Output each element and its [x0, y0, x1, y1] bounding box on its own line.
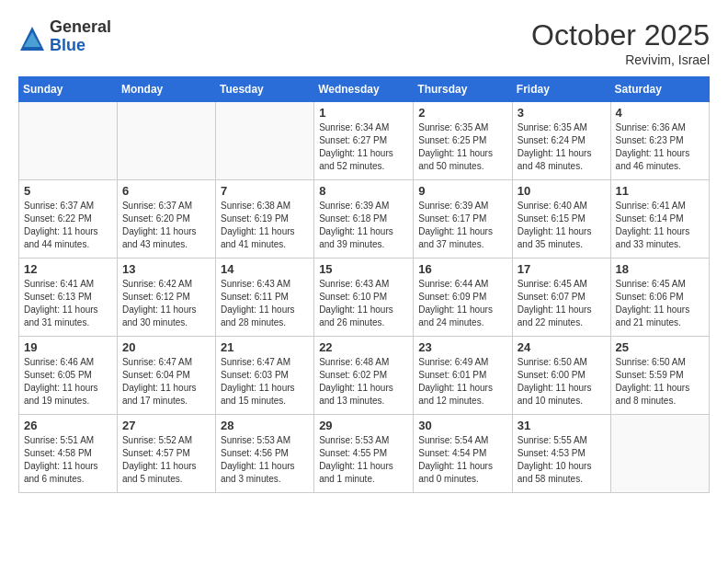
- day-number: 2: [418, 106, 507, 120]
- day-info: Sunrise: 5:54 AM Sunset: 4:54 PM Dayligh…: [418, 434, 507, 486]
- calendar-cell: 12Sunrise: 6:41 AM Sunset: 6:13 PM Dayli…: [19, 259, 118, 337]
- calendar-cell: 2Sunrise: 6:35 AM Sunset: 6:25 PM Daylig…: [414, 102, 513, 180]
- calendar-cell: 9Sunrise: 6:39 AM Sunset: 6:17 PM Daylig…: [414, 180, 513, 259]
- calendar-cell: [19, 102, 118, 180]
- calendar-cell: 4Sunrise: 6:36 AM Sunset: 6:23 PM Daylig…: [610, 102, 709, 180]
- calendar-cell: 23Sunrise: 6:49 AM Sunset: 6:01 PM Dayli…: [414, 337, 513, 415]
- day-info: Sunrise: 6:45 AM Sunset: 6:07 PM Dayligh…: [518, 278, 606, 329]
- calendar-cell: 6Sunrise: 6:37 AM Sunset: 6:20 PM Daylig…: [117, 180, 215, 259]
- week-row-2: 5Sunrise: 6:37 AM Sunset: 6:22 PM Daylig…: [19, 180, 710, 259]
- day-info: Sunrise: 6:43 AM Sunset: 6:10 PM Dayligh…: [319, 278, 408, 329]
- calendar-cell: 1Sunrise: 6:34 AM Sunset: 6:27 PM Daylig…: [314, 102, 414, 180]
- day-info: Sunrise: 6:39 AM Sunset: 6:17 PM Dayligh…: [418, 200, 507, 251]
- calendar-cell: 17Sunrise: 6:45 AM Sunset: 6:07 PM Dayli…: [512, 259, 610, 337]
- calendar-table: SundayMondayTuesdayWednesdayThursdayFrid…: [18, 76, 710, 493]
- day-number: 28: [221, 419, 309, 432]
- weekday-header-wednesday: Wednesday: [314, 77, 414, 102]
- day-info: Sunrise: 6:38 AM Sunset: 6:19 PM Dayligh…: [221, 200, 309, 251]
- day-info: Sunrise: 6:46 AM Sunset: 6:05 PM Dayligh…: [24, 356, 112, 408]
- calendar-cell: 24Sunrise: 6:50 AM Sunset: 6:00 PM Dayli…: [512, 337, 610, 415]
- day-number: 9: [418, 184, 507, 198]
- day-number: 12: [24, 262, 112, 276]
- day-number: 3: [518, 106, 606, 120]
- day-number: 15: [319, 262, 408, 276]
- logo: General Blue: [18, 18, 111, 55]
- calendar-cell: 3Sunrise: 6:35 AM Sunset: 6:24 PM Daylig…: [512, 102, 610, 180]
- day-info: Sunrise: 5:52 AM Sunset: 4:57 PM Dayligh…: [122, 434, 210, 486]
- day-info: Sunrise: 6:50 AM Sunset: 5:59 PM Dayligh…: [616, 356, 704, 408]
- calendar-cell: 20Sunrise: 6:47 AM Sunset: 6:04 PM Dayli…: [117, 337, 215, 415]
- day-number: 8: [319, 184, 408, 198]
- day-number: 6: [122, 184, 210, 198]
- day-info: Sunrise: 6:37 AM Sunset: 6:22 PM Dayligh…: [24, 200, 112, 251]
- calendar-cell: 19Sunrise: 6:46 AM Sunset: 6:05 PM Dayli…: [19, 337, 118, 415]
- calendar-cell: 25Sunrise: 6:50 AM Sunset: 5:59 PM Dayli…: [610, 337, 709, 415]
- calendar-cell: 15Sunrise: 6:43 AM Sunset: 6:10 PM Dayli…: [314, 259, 414, 337]
- day-info: Sunrise: 6:45 AM Sunset: 6:06 PM Dayligh…: [616, 278, 704, 329]
- calendar-cell: 30Sunrise: 5:54 AM Sunset: 4:54 PM Dayli…: [414, 415, 513, 493]
- weekday-header-friday: Friday: [512, 77, 610, 102]
- day-number: 14: [221, 262, 309, 276]
- day-number: 20: [122, 340, 210, 354]
- day-info: Sunrise: 5:53 AM Sunset: 4:55 PM Dayligh…: [319, 434, 408, 486]
- day-number: 16: [418, 262, 507, 276]
- calendar-cell: 13Sunrise: 6:42 AM Sunset: 6:12 PM Dayli…: [117, 259, 215, 337]
- calendar-cell: [610, 415, 709, 493]
- week-row-4: 19Sunrise: 6:46 AM Sunset: 6:05 PM Dayli…: [19, 337, 710, 415]
- day-info: Sunrise: 6:40 AM Sunset: 6:15 PM Dayligh…: [518, 200, 606, 251]
- day-number: 21: [221, 340, 309, 354]
- calendar-cell: 29Sunrise: 5:53 AM Sunset: 4:55 PM Dayli…: [314, 415, 414, 493]
- day-info: Sunrise: 6:35 AM Sunset: 6:25 PM Dayligh…: [418, 121, 507, 173]
- day-info: Sunrise: 6:47 AM Sunset: 6:03 PM Dayligh…: [221, 356, 309, 408]
- calendar-cell: 27Sunrise: 5:52 AM Sunset: 4:57 PM Dayli…: [117, 415, 215, 493]
- day-info: Sunrise: 6:41 AM Sunset: 6:14 PM Dayligh…: [616, 200, 704, 251]
- logo-blue-text: Blue: [50, 37, 111, 55]
- day-info: Sunrise: 6:35 AM Sunset: 6:24 PM Dayligh…: [518, 121, 606, 173]
- day-number: 26: [24, 419, 112, 432]
- day-info: Sunrise: 6:47 AM Sunset: 6:04 PM Dayligh…: [122, 356, 210, 408]
- calendar-cell: 26Sunrise: 5:51 AM Sunset: 4:58 PM Dayli…: [19, 415, 118, 493]
- location: Revivim, Israel: [531, 52, 710, 67]
- weekday-header-row: SundayMondayTuesdayWednesdayThursdayFrid…: [19, 77, 710, 102]
- calendar-cell: 28Sunrise: 5:53 AM Sunset: 4:56 PM Dayli…: [215, 415, 313, 493]
- day-info: Sunrise: 6:44 AM Sunset: 6:09 PM Dayligh…: [418, 278, 507, 329]
- day-info: Sunrise: 5:51 AM Sunset: 4:58 PM Dayligh…: [24, 434, 112, 486]
- day-number: 25: [616, 340, 704, 354]
- month-title: October 2025: [531, 18, 710, 52]
- calendar-cell: 5Sunrise: 6:37 AM Sunset: 6:22 PM Daylig…: [19, 180, 118, 259]
- day-info: Sunrise: 6:34 AM Sunset: 6:27 PM Dayligh…: [319, 121, 408, 173]
- day-number: 1: [319, 106, 408, 120]
- day-number: 18: [616, 262, 704, 276]
- day-number: 10: [518, 184, 606, 198]
- calendar-cell: 21Sunrise: 6:47 AM Sunset: 6:03 PM Dayli…: [215, 337, 313, 415]
- day-info: Sunrise: 6:39 AM Sunset: 6:18 PM Dayligh…: [319, 200, 408, 251]
- week-row-5: 26Sunrise: 5:51 AM Sunset: 4:58 PM Dayli…: [19, 415, 710, 493]
- calendar-cell: 10Sunrise: 6:40 AM Sunset: 6:15 PM Dayli…: [512, 180, 610, 259]
- calendar-cell: 16Sunrise: 6:44 AM Sunset: 6:09 PM Dayli…: [414, 259, 513, 337]
- day-number: 7: [221, 184, 309, 198]
- weekday-header-sunday: Sunday: [19, 77, 118, 102]
- day-info: Sunrise: 5:55 AM Sunset: 4:53 PM Dayligh…: [518, 434, 606, 486]
- calendar-cell: 8Sunrise: 6:39 AM Sunset: 6:18 PM Daylig…: [314, 180, 414, 259]
- day-info: Sunrise: 6:43 AM Sunset: 6:11 PM Dayligh…: [221, 278, 309, 329]
- logo-text: General Blue: [50, 18, 111, 55]
- logo-general-text: General: [50, 18, 111, 37]
- calendar-cell: 31Sunrise: 5:55 AM Sunset: 4:53 PM Dayli…: [512, 415, 610, 493]
- weekday-header-monday: Monday: [117, 77, 215, 102]
- day-info: Sunrise: 6:41 AM Sunset: 6:13 PM Dayligh…: [24, 278, 112, 329]
- day-number: 13: [122, 262, 210, 276]
- logo-icon: [18, 25, 46, 52]
- day-info: Sunrise: 5:53 AM Sunset: 4:56 PM Dayligh…: [221, 434, 309, 486]
- day-number: 23: [418, 340, 507, 354]
- day-number: 24: [518, 340, 606, 354]
- calendar-cell: 11Sunrise: 6:41 AM Sunset: 6:14 PM Dayli…: [610, 180, 709, 259]
- weekday-header-tuesday: Tuesday: [215, 77, 313, 102]
- day-number: 27: [122, 419, 210, 432]
- calendar-cell: 7Sunrise: 6:38 AM Sunset: 6:19 PM Daylig…: [215, 180, 313, 259]
- calendar-cell: [117, 102, 215, 180]
- weekday-header-thursday: Thursday: [414, 77, 513, 102]
- title-block: October 2025 Revivim, Israel: [531, 18, 710, 67]
- day-info: Sunrise: 6:36 AM Sunset: 6:23 PM Dayligh…: [616, 121, 704, 173]
- day-number: 19: [24, 340, 112, 354]
- calendar-cell: 22Sunrise: 6:48 AM Sunset: 6:02 PM Dayli…: [314, 337, 414, 415]
